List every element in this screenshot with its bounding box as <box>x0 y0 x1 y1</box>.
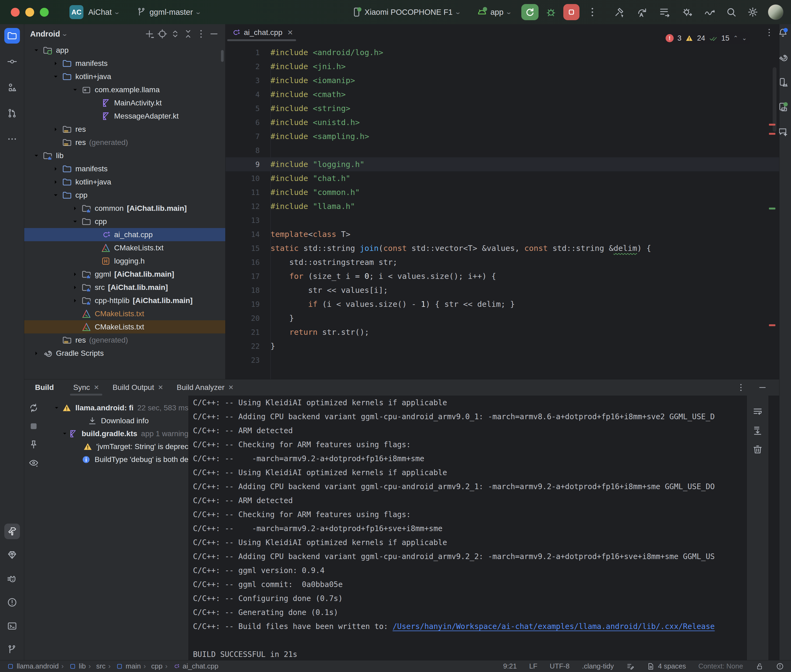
tree-expand-chevron[interactable] <box>69 296 81 305</box>
tree-expand-chevron[interactable] <box>51 70 60 83</box>
code-line[interactable]: 14 template<class T> <box>226 227 779 241</box>
resync-icon[interactable] <box>28 403 39 413</box>
soft-wrap-icon[interactable] <box>752 406 763 417</box>
code-line[interactable]: 16 std::ostringstream str; <box>226 255 779 269</box>
build-tree-row[interactable]: 'jvmTarget: String' is deprec <box>43 440 188 453</box>
next-problem-chevron[interactable]: ⌄ <box>742 35 747 42</box>
tree-item[interactable]: MessageAdapter.kt <box>24 109 225 123</box>
search-everywhere-icon[interactable] <box>725 6 737 18</box>
expand-all-button[interactable] <box>170 29 181 39</box>
tree-expand-chevron[interactable] <box>50 164 62 173</box>
macos-minimize-button[interactable] <box>25 8 34 17</box>
indent-indicator[interactable]: 4 spaces <box>647 662 686 670</box>
code-line[interactable]: 22 } <box>226 339 779 353</box>
tree-item[interactable]: ggml [AiChat.lib.main] <box>24 267 225 281</box>
hide-build-panel-button[interactable] <box>757 382 767 392</box>
version-control-tool-button[interactable] <box>4 642 20 658</box>
stop-button[interactable] <box>563 4 579 20</box>
close-tab-icon[interactable]: ✕ <box>94 384 99 391</box>
macos-zoom-button[interactable] <box>40 8 49 17</box>
tree-item[interactable]: kotlin+java <box>24 70 225 83</box>
app-quality-insights-button[interactable] <box>4 547 20 563</box>
tab-build-output[interactable]: Build Output ✕ <box>107 379 168 395</box>
breadcrumb-item[interactable]: src <box>88 662 106 670</box>
tree-item[interactable]: CMakeLists.txt <box>24 320 225 333</box>
tree-expand-chevron[interactable] <box>69 270 81 279</box>
tree-expand-chevron[interactable] <box>50 59 62 68</box>
close-tab-icon[interactable]: ✕ <box>158 384 163 391</box>
profiler-tool-button[interactable] <box>4 571 20 587</box>
code-line[interactable]: 20 } <box>226 311 779 325</box>
encoding-indicator[interactable]: UTF-8 <box>550 662 570 670</box>
line-ending-indicator[interactable]: LF <box>529 662 537 670</box>
error-highlighting-icon[interactable] <box>776 662 784 670</box>
tree-expand-chevron[interactable] <box>32 44 41 56</box>
tree-expand-chevron[interactable] <box>69 204 81 213</box>
code-line[interactable]: 10 #include "chat.h" <box>226 171 779 185</box>
tree-item[interactable]: common [AiChat.lib.main] <box>24 202 225 215</box>
clear-all-trash-icon[interactable] <box>752 444 763 455</box>
run-configuration-selector[interactable]: app ⌄ <box>477 6 511 18</box>
error-stripe-mark[interactable] <box>769 324 775 326</box>
build-options-kebab[interactable] <box>736 382 746 392</box>
change-stripe-mark[interactable] <box>769 208 775 210</box>
code-line[interactable]: 4 #include <cmath> <box>226 87 779 101</box>
tree-item[interactable]: res (generated) <box>24 333 225 347</box>
code-line[interactable]: 3 #include <iomanip> <box>226 74 779 87</box>
breadcrumb-item[interactable]: lib <box>61 662 86 670</box>
code-line[interactable]: 19 if (i < values.size() - 1) { str << d… <box>226 297 779 311</box>
build-tree-row[interactable]: build.gradle.kts app 1 warning <box>43 427 188 440</box>
device-selector[interactable]: Xiaomi POCOPHONE F1 ⌄ <box>351 7 460 18</box>
close-tab-icon[interactable]: ✕ <box>228 384 234 391</box>
tree-item[interactable]: MainActivity.kt <box>24 96 225 109</box>
tree-item[interactable]: app <box>24 43 225 57</box>
locate-file-button[interactable] <box>157 29 168 39</box>
editor-scrollbar[interactable] <box>773 67 777 132</box>
code-line[interactable]: 18 str << values[i]; <box>226 283 779 297</box>
code-line[interactable]: 5 #include <string> <box>226 101 779 115</box>
more-tool-windows-button[interactable] <box>4 131 20 147</box>
stop-sync-icon[interactable] <box>28 421 39 432</box>
rerun-button[interactable] <box>521 4 539 20</box>
project-scrollbar[interactable] <box>221 50 224 62</box>
unlocked-padlock-icon[interactable] <box>756 662 764 670</box>
commit-tool-button[interactable] <box>4 54 20 69</box>
build-tree-row[interactable]: Download info <box>43 414 188 427</box>
build-hammer-icon[interactable] <box>613 6 625 18</box>
code-line[interactable]: 13 <box>226 213 779 227</box>
caret-position[interactable]: 9:21 <box>503 662 517 670</box>
build-output-path-link[interactable]: /Users/hanyin/Workspace/ai-chat/examples… <box>393 622 715 631</box>
tree-item[interactable]: lib <box>24 149 225 162</box>
user-avatar[interactable] <box>768 4 783 20</box>
tree-expand-chevron[interactable] <box>50 125 62 134</box>
structure-tool-button[interactable] <box>4 80 20 95</box>
code-line[interactable]: 17 for (size_t i = 0; i < values.size();… <box>226 269 779 283</box>
tree-item[interactable]: cpp-httplib [AiChat.lib.main] <box>24 294 225 307</box>
settings-gear-icon[interactable] <box>747 6 759 18</box>
inspections-settings-icon[interactable] <box>626 662 634 670</box>
context-indicator[interactable]: Context: None <box>698 662 743 670</box>
tree-item[interactable]: Gradle Scripts <box>24 347 225 360</box>
code-line[interactable]: 21 return str.str(); <box>226 325 779 339</box>
tree-item[interactable]: CMakeLists.txt <box>24 241 225 254</box>
code-line[interactable]: 9 #include "logging.h" <box>226 157 779 171</box>
close-tab-icon[interactable]: ✕ <box>287 29 293 37</box>
breadcrumb-item[interactable]: cpp <box>143 662 162 670</box>
apply-code-changes-icon[interactable] <box>659 6 671 18</box>
tree-expand-chevron[interactable] <box>50 178 62 187</box>
tree-expand-chevron[interactable] <box>30 349 43 358</box>
build-tree-row[interactable]: llama.android: fi 22 sec, 583 ms <box>43 402 188 414</box>
tab-sync[interactable]: Sync ✕ <box>68 379 104 395</box>
code-line[interactable]: 6 #include <unistd.h> <box>226 115 779 130</box>
breadcrumb-item[interactable]: llama.android <box>7 662 59 670</box>
tree-item[interactable]: cpp <box>24 189 225 202</box>
tree-expand-chevron[interactable] <box>71 84 80 96</box>
tree-item[interactable]: ai_chat.cpp <box>24 228 225 241</box>
code-line[interactable]: 7 #include <sampling.h> <box>226 130 779 143</box>
attach-debugger-icon[interactable] <box>681 6 693 18</box>
filter-eye-icon[interactable] <box>28 458 39 468</box>
editor-options-kebab[interactable] <box>764 27 774 38</box>
breadcrumb-item[interactable]: ai_chat.cpp <box>165 662 218 670</box>
collapse-all-button[interactable] <box>183 29 194 39</box>
code-editor[interactable]: 1 #include <android/log.h> 2 #include <j… <box>226 41 779 367</box>
